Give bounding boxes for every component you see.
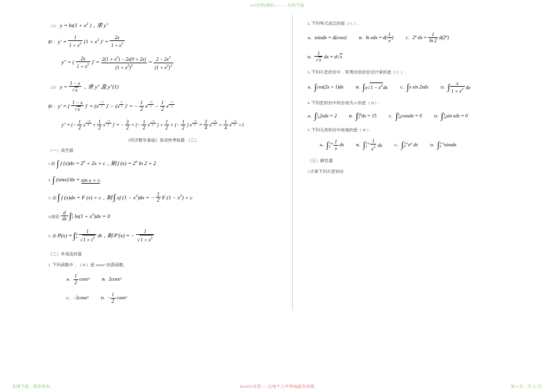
line-2-2: 解： y′ = ( 1 − x√x )′ = (x−12 )′ − (x12 )… [48,100,277,113]
q1-text: 1. 下列函数中，（ D ）是 xsinx² 的原函数。 [48,263,277,267]
q4-row: A. ∫1-12xdx = 2 B. ∫161dx = 15 C. ∫π-πco… [308,111,537,122]
expr: )′ = [101,39,108,45]
expr: y = [60,84,67,90]
page-footer-center: BAIDU文库 — 让每个人平等地提升自我 [0,384,554,390]
expr: )′ = [92,60,99,66]
fill-5: 5. 若 P(x) = ∫0x 1√1 + t2 dt，则 P′(x) = − … [48,229,277,244]
section-2-title: （二）单项选择题 [48,252,277,257]
q2-text: 2. 下列等式成立的是（ C ）. [308,21,537,26]
line-2-1: （2） y = 1 − x√x ，求 y″ 及 y″(1) [48,81,277,94]
label: （1） [48,23,58,28]
q2-row1: A. sinxdx = d(cosx) B. ln xdx = d(1x) C.… [308,32,537,45]
fill-4: 4.由设 ddx ∫e1 ln(1 + x2)dx = 0 [48,210,277,223]
fill-1: 1.若 ∫ f (x)dx = 2x + 2x + c，则 f (x) = 2x… [48,159,277,169]
subtitle: 《经济数学基础》形成性考核册 （二） [48,138,277,143]
line-1-1: （1） y = ln(1 + x2 )，求 y″ [48,21,277,29]
q6-text: 1.计算下列不定积分 [308,169,537,174]
page-footer-right: 第 6 页，共 22 页 [511,384,543,390]
line-1-3: y″ = ( 2x1 + x2 )′ = 2(1 + x2) − 2x(0 + … [61,55,277,70]
line-1-2: 解： y′ = 11 + x2 (1 + x2 )′ = 2x1 + x2 [48,35,277,49]
expr: − [155,103,158,109]
section-3-title: （三）解答题 [308,158,537,163]
expr: (1 + x [84,39,97,45]
section-1-title: （一）填空题 [48,148,277,153]
q1-options-row1: A. 12 cosx² B. 2cosx² [66,273,277,286]
q3-text: 3. 下列不定积分中，常用分部积分法计算的是（ C ）. [308,70,537,75]
q4-text: 4. 下列定积分中积分值为 0 的是（ D ）. [308,101,537,105]
label: （2） [48,85,58,89]
q5-row: A. ∫+∞11x dx B. ∫+∞11x2 dx C. ∫+∞0ex dx … [320,138,537,153]
page-header: Wd文档(资料) — — 文档下载 [0,2,554,8]
left-column: （1） y = ln(1 + x2 )，求 y″ 解： y′ = 11 + x2… [48,15,277,311]
expr: )′ = (x [85,103,99,109]
fill-3: 3. 若 ∫ f (x)dx = F (x) + c，则 ∫ xf (1 − x… [48,191,277,204]
expr: y = ln(1 + x [60,22,87,28]
q5-text: 5. 下列无穷积分中收敛的是（ B ）. [308,128,537,132]
label: 解： [48,40,57,44]
q3-row: A. ∫cos(2x + 1)dx B. ∫x√1 − x2dx C. ∫x s… [308,81,537,95]
expr: ，求 y″ 及 y″(1) [82,84,119,90]
expr: )，求 y″ [90,22,108,28]
label: 解： [48,104,57,108]
q1-options-row2: C. −2cosx² D. −12 cosx² [66,292,277,305]
expr: y″ = ( [61,60,74,66]
line-2-3: y″ = (− 12 x−32 + 12 x−12 )′ = − 32 × (−… [61,119,277,132]
expr: y′ = ( [58,103,70,109]
expr: )′ = − [125,103,138,109]
content-columns: （1） y = ln(1 + x2 )，求 y″ 解： y′ = 11 + x2… [0,0,554,326]
right-column: 2. 下列等式成立的是（ C ）. A. sinxdx = d(cosx) B.… [292,15,537,311]
fill-2: 2. ∫ (sinx)′dx = sin x + c. [48,175,277,185]
expr: = [149,60,152,66]
expr: y′ = [58,39,66,45]
q2-row2: D. 1√x dx = d√x [308,51,537,64]
expr: )′ − (x [106,103,120,109]
